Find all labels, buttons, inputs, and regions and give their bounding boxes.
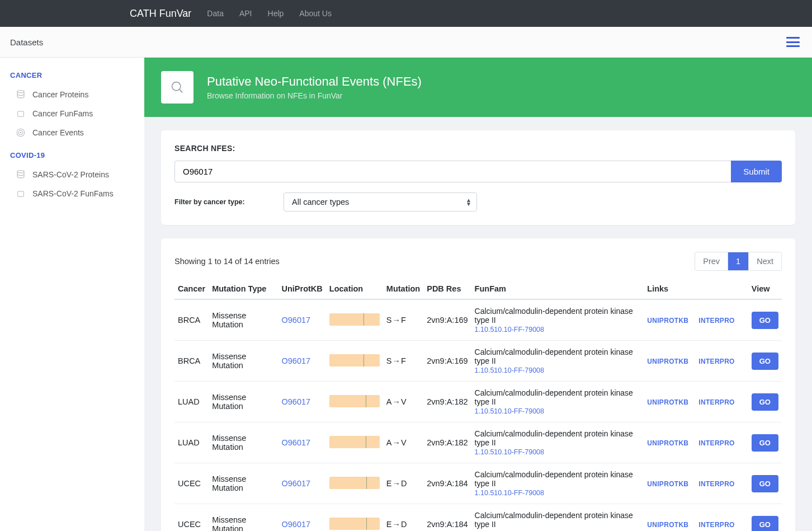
uniprotkb-link[interactable]: UNIPROTKB <box>647 521 688 529</box>
entries-info: Showing 1 to 14 of 14 entries <box>174 257 280 266</box>
results-table: Cancer Mutation Type UniProtKB Location … <box>174 279 782 531</box>
nav-link-api[interactable]: API <box>239 9 252 18</box>
page-prev[interactable]: Prev <box>695 252 728 270</box>
nav-link-help[interactable]: Help <box>268 9 284 18</box>
col-cancer: Cancer <box>174 279 209 299</box>
page-1[interactable]: 1 <box>728 252 748 270</box>
interpro-link[interactable]: INTERPRO <box>698 398 734 406</box>
funfam-id-link[interactable]: 1.10.510.10-FF-79008 <box>475 448 641 456</box>
brand[interactable]: CATH FunVar <box>130 8 191 20</box>
funfam-id-link[interactable]: 1.10.510.10-FF-79008 <box>475 366 641 374</box>
go-button[interactable]: GO <box>752 434 778 452</box>
svg-line-8 <box>180 90 183 93</box>
uniprotkb-link[interactable]: UNIPROTKB <box>647 480 688 488</box>
sidebar-group-covid: COVID-19 <box>0 148 144 165</box>
table-row: LUADMissense MutationO96017A→V2vn9:A:182… <box>174 382 782 422</box>
menu-toggle-icon[interactable] <box>786 37 800 47</box>
cell-mutation: S→F <box>383 341 423 382</box>
table-row: UCECMissense MutationO96017E→D2vn9:A:184… <box>174 463 782 504</box>
cell-pdb: 2vn9:A:184 <box>423 504 471 532</box>
col-uniprot: UniProtKB <box>278 279 326 299</box>
svg-rect-6 <box>18 191 24 196</box>
cell-cancer: LUAD <box>174 382 209 422</box>
cell-pdb: 2vn9:A:169 <box>423 299 471 341</box>
svg-point-5 <box>17 171 24 173</box>
location-bar <box>329 477 380 489</box>
filter-label: Filter by cancer type: <box>174 198 284 206</box>
cell-mutation-type: Missense Mutation <box>209 504 278 532</box>
svg-point-3 <box>18 130 23 135</box>
top-navbar: CATH FunVar Data API Help About Us <box>0 0 812 27</box>
col-view: View <box>748 279 782 299</box>
chevron-updown-icon: ▲▼ <box>466 198 471 206</box>
location-bar <box>329 354 380 366</box>
sidebar-item-label: SARS-CoV-2 Proteins <box>32 170 109 179</box>
cell-mutation-type: Missense Mutation <box>209 341 278 382</box>
go-button[interactable]: GO <box>752 353 778 370</box>
uniprot-link[interactable]: O96017 <box>282 520 311 529</box>
database-icon <box>16 90 26 100</box>
funfam-id-link[interactable]: 1.10.510.10-FF-79008 <box>475 326 641 333</box>
box-icon <box>16 189 26 199</box>
interpro-link[interactable]: INTERPRO <box>698 317 734 325</box>
uniprotkb-link[interactable]: UNIPROTKB <box>647 317 688 325</box>
sidebar-item-cancer-proteins[interactable]: Cancer Proteins <box>0 85 144 104</box>
go-button[interactable]: GO <box>752 312 778 329</box>
table-header-row: Cancer Mutation Type UniProtKB Location … <box>174 279 782 299</box>
cell-mutation: E→D <box>383 504 423 532</box>
funfam-id-link[interactable]: 1.10.510.10-FF-79008 <box>475 489 641 497</box>
uniprot-link[interactable]: O96017 <box>282 438 311 447</box>
search-heading: SEARCH NFES: <box>174 144 782 153</box>
cell-mutation: A→V <box>383 422 423 463</box>
nav-link-data[interactable]: Data <box>207 9 224 18</box>
target-icon <box>16 128 26 138</box>
page-title: Putative Neo-Functional Events (NFEs) <box>207 74 422 89</box>
interpro-link[interactable]: INTERPRO <box>698 521 734 529</box>
location-bar <box>329 395 380 407</box>
cell-mutation: A→V <box>383 382 423 422</box>
col-pdb: PDB Res <box>423 279 471 299</box>
sidebar-group-cancer: CANCER <box>0 68 144 85</box>
cell-pdb: 2vn9:A:169 <box>423 341 471 382</box>
uniprot-link[interactable]: O96017 <box>282 397 311 406</box>
sidebar-item-sars-proteins[interactable]: SARS-CoV-2 Proteins <box>0 165 144 184</box>
cell-cancer: UCEC <box>174 463 209 504</box>
go-button[interactable]: GO <box>752 516 778 532</box>
table-row: BRCAMissense MutationO96017S→F2vn9:A:169… <box>174 299 782 341</box>
nav-link-about[interactable]: About Us <box>299 9 332 18</box>
uniprotkb-link[interactable]: UNIPROTKB <box>647 358 688 365</box>
go-button[interactable]: GO <box>752 475 778 492</box>
cell-cancer: UCEC <box>174 504 209 532</box>
search-input[interactable] <box>174 161 731 182</box>
uniprotkb-link[interactable]: UNIPROTKB <box>647 439 688 447</box>
uniprot-link[interactable]: O96017 <box>282 316 311 325</box>
results-panel: Showing 1 to 14 of 14 entries Prev 1 Nex… <box>161 238 795 531</box>
submit-button[interactable]: Submit <box>731 161 782 182</box>
datasets-label: Datasets <box>10 37 43 47</box>
sidebar-item-cancer-funfams[interactable]: Cancer FunFams <box>0 104 144 123</box>
sidebar-item-sars-funfams[interactable]: SARS-CoV-2 FunFams <box>0 184 144 203</box>
sidebar-item-cancer-events[interactable]: Cancer Events <box>0 123 144 142</box>
page-next[interactable]: Next <box>748 252 781 270</box>
cancer-type-select[interactable]: All cancer types ▲▼ <box>284 192 477 212</box>
cell-cancer: LUAD <box>174 422 209 463</box>
funfam-id-link[interactable]: 1.10.510.10-FF-79008 <box>475 407 641 415</box>
cell-pdb: 2vn9:A:182 <box>423 382 471 422</box>
cell-cancer: BRCA <box>174 299 209 341</box>
interpro-link[interactable]: INTERPRO <box>698 480 734 488</box>
interpro-link[interactable]: INTERPRO <box>698 439 734 447</box>
uniprotkb-link[interactable]: UNIPROTKB <box>647 398 688 406</box>
location-bar <box>329 313 380 326</box>
cell-mutation-type: Missense Mutation <box>209 463 278 504</box>
col-mutation-type: Mutation Type <box>209 279 278 299</box>
svg-point-0 <box>17 91 24 93</box>
location-bar <box>329 436 380 448</box>
page-hero: Putative Neo-Functional Events (NFEs) Br… <box>144 58 812 117</box>
sidebar: CANCER Cancer Proteins Cancer FunFams Ca… <box>0 58 144 531</box>
funfam-name: Calcium/calmodulin-dependent protein kin… <box>475 429 633 447</box>
interpro-link[interactable]: INTERPRO <box>698 358 734 365</box>
sidebar-item-label: SARS-CoV-2 FunFams <box>32 189 114 198</box>
uniprot-link[interactable]: O96017 <box>282 356 311 365</box>
go-button[interactable]: GO <box>752 393 778 411</box>
uniprot-link[interactable]: O96017 <box>282 479 311 488</box>
